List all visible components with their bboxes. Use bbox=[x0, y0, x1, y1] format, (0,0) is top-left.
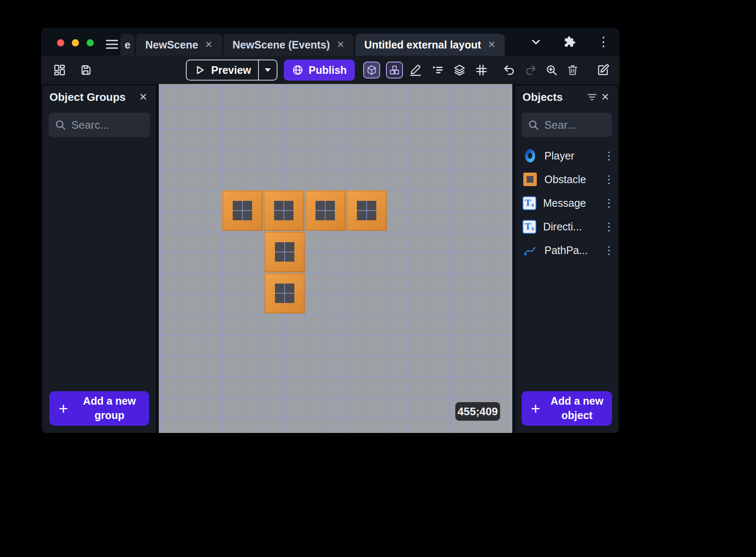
grid-button[interactable] bbox=[474, 62, 489, 78]
kebab-menu-icon: ⋮ bbox=[597, 35, 610, 48]
tab-bar: e NewScene ✕ NewScene (Events) ✕ Untitle… bbox=[41, 28, 620, 56]
zoom-window-button[interactable] bbox=[87, 39, 94, 46]
object-search-box bbox=[522, 113, 612, 137]
undo-icon bbox=[503, 64, 516, 76]
tab-label: NewScene (Events) bbox=[233, 39, 330, 51]
kebab-menu-icon[interactable]: ⋮ bbox=[604, 244, 613, 257]
object-label: Obstacle bbox=[544, 173, 597, 186]
close-panel-button[interactable]: ✕ bbox=[599, 89, 611, 105]
tab-strip: e NewScene ✕ NewScene (Events) ✕ Untitle… bbox=[120, 34, 505, 56]
object-label: Player bbox=[544, 150, 597, 162]
text-object-icon: Tx bbox=[522, 196, 536, 210]
layout-panels-icon bbox=[53, 64, 66, 76]
text-object-icon: Tx bbox=[522, 220, 536, 234]
obstacle-block-instance[interactable] bbox=[264, 190, 304, 231]
edit-scene-button[interactable] bbox=[596, 62, 611, 78]
obstacle-block-instance[interactable] bbox=[222, 190, 263, 231]
obstacle-block-instance[interactable] bbox=[346, 190, 387, 231]
grid-icon bbox=[475, 64, 488, 76]
notepad-edit-icon bbox=[596, 63, 610, 77]
chevron-down-icon bbox=[530, 35, 542, 48]
add-object-button[interactable]: + Add a new object bbox=[522, 391, 612, 426]
tab-untitled-external-layout[interactable]: Untitled external layout ✕ bbox=[355, 34, 505, 56]
hamburger-icon bbox=[106, 39, 118, 50]
add-group-button[interactable]: + Add a new group bbox=[49, 391, 149, 426]
layers-button[interactable] bbox=[452, 62, 467, 78]
preview-dropdown-button[interactable] bbox=[259, 60, 277, 80]
panel-title: Objects bbox=[522, 91, 585, 104]
filter-icon bbox=[587, 92, 598, 103]
undo-button[interactable] bbox=[502, 62, 517, 78]
redo-button[interactable] bbox=[523, 62, 538, 78]
object-groups-panel: Object Groups ✕ + Add a new group bbox=[43, 86, 156, 433]
preview-label: Preview bbox=[211, 64, 251, 76]
tab-newscene-events[interactable]: NewScene (Events) ✕ bbox=[223, 34, 354, 56]
plus-icon: + bbox=[59, 400, 68, 416]
close-window-button[interactable] bbox=[57, 39, 64, 46]
object-list-item[interactable]: PathPa...⋮ bbox=[516, 238, 618, 262]
search-icon bbox=[528, 119, 539, 131]
tab-partial[interactable]: e bbox=[120, 34, 135, 56]
app-window: e NewScene ✕ NewScene (Events) ✕ Untitle… bbox=[41, 28, 620, 433]
object-list-item[interactable]: Obstacle⋮ bbox=[516, 168, 618, 191]
group-search-box bbox=[49, 113, 150, 137]
minimize-window-button[interactable] bbox=[72, 39, 79, 46]
objects-panel: Objects ✕ Player⋮Obstacle⋮TxMessage⋮TxDi… bbox=[516, 86, 618, 433]
close-icon: ✕ bbox=[139, 91, 147, 103]
tabs-overflow-button[interactable] bbox=[528, 34, 544, 49]
object-list-item[interactable]: Player⋮ bbox=[516, 144, 618, 168]
filter-objects-button[interactable] bbox=[585, 90, 599, 104]
path-icon bbox=[522, 243, 538, 258]
scene-canvas[interactable]: 455;409 bbox=[159, 84, 512, 433]
zoom-in-icon bbox=[545, 64, 558, 76]
tabbar-actions: ⋮ bbox=[528, 28, 611, 56]
object-label: Directi... bbox=[543, 221, 597, 233]
object-list-item[interactable]: TxDirecti...⋮ bbox=[516, 215, 618, 238]
save-button[interactable] bbox=[78, 62, 93, 78]
project-manager-button[interactable] bbox=[52, 62, 67, 78]
caret-down-icon bbox=[264, 67, 272, 73]
view-3d-button[interactable] bbox=[363, 62, 380, 78]
close-panel-button[interactable]: ✕ bbox=[137, 89, 149, 105]
tab-close-icon[interactable]: ✕ bbox=[488, 39, 495, 50]
tab-close-icon[interactable]: ✕ bbox=[205, 39, 212, 50]
view-instances-button[interactable] bbox=[386, 62, 403, 78]
preview-button[interactable]: Preview bbox=[186, 59, 277, 81]
close-icon: ✕ bbox=[601, 91, 609, 103]
instance-properties-button[interactable] bbox=[430, 62, 445, 78]
object-label: PathPa... bbox=[544, 244, 597, 257]
publish-button[interactable]: Publish bbox=[284, 59, 355, 81]
draw-button[interactable] bbox=[408, 62, 423, 78]
delete-button[interactable] bbox=[565, 62, 580, 78]
kebab-menu-icon[interactable]: ⋮ bbox=[604, 197, 613, 210]
hamburger-menu-button[interactable] bbox=[104, 37, 120, 52]
object-search-input[interactable] bbox=[544, 119, 606, 132]
plus-icon: + bbox=[531, 400, 540, 416]
cursor-coordinates-badge: 455;409 bbox=[455, 402, 500, 421]
object-label: Message bbox=[543, 197, 597, 209]
kebab-menu-icon[interactable]: ⋮ bbox=[604, 173, 613, 186]
kebab-menu-icon[interactable]: ⋮ bbox=[604, 220, 613, 233]
obstacle-block-instance[interactable] bbox=[264, 232, 305, 272]
obstacle-block-instance[interactable] bbox=[264, 273, 305, 314]
window-controls bbox=[57, 39, 94, 46]
tab-close-icon[interactable]: ✕ bbox=[337, 39, 344, 50]
tab-label: e bbox=[125, 39, 131, 51]
cubes-icon bbox=[389, 65, 400, 76]
obstacle-block-instance[interactable] bbox=[305, 190, 345, 231]
redo-icon bbox=[524, 64, 537, 76]
zoom-button[interactable] bbox=[544, 62, 559, 78]
kebab-menu-icon[interactable]: ⋮ bbox=[604, 149, 613, 162]
globe-icon bbox=[292, 64, 304, 76]
object-list-item[interactable]: TxMessage⋮ bbox=[516, 191, 618, 215]
puzzle-icon bbox=[564, 36, 576, 48]
play-icon bbox=[194, 65, 205, 76]
tab-newscene[interactable]: NewScene ✕ bbox=[136, 34, 222, 56]
list-icon bbox=[431, 64, 444, 76]
tab-label: NewScene bbox=[145, 39, 198, 51]
window-menu-button[interactable]: ⋮ bbox=[596, 34, 611, 49]
group-search-input[interactable] bbox=[71, 119, 144, 132]
pencil-icon bbox=[409, 64, 422, 76]
layers-icon bbox=[453, 64, 466, 76]
extensions-button[interactable] bbox=[562, 34, 577, 49]
